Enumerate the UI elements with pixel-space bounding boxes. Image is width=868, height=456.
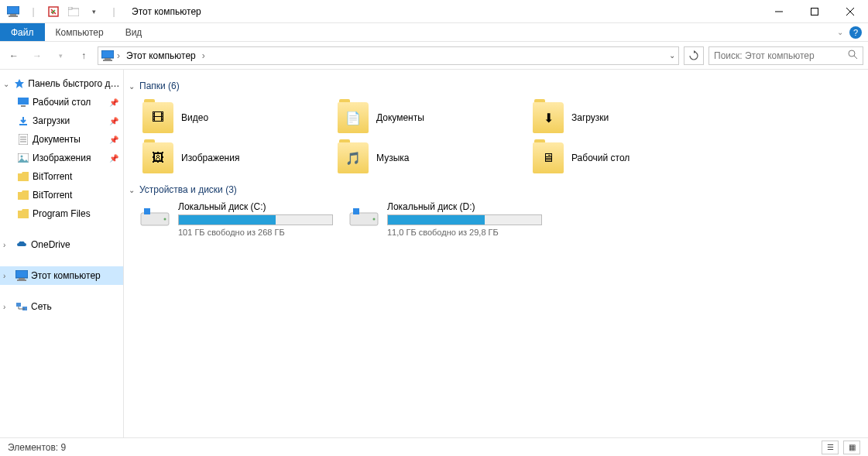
- chevron-down-icon[interactable]: ⌄: [129, 82, 135, 91]
- svg-rect-24: [15, 270, 28, 278]
- folder-icon: [17, 189, 29, 201]
- folder-item[interactable]: 🎞Видео: [139, 98, 335, 138]
- folder-item[interactable]: 🖥Рабочий стол: [530, 138, 725, 178]
- view-details-button[interactable]: ☰: [822, 441, 839, 454]
- new-folder-icon[interactable]: [65, 3, 82, 20]
- folder-label: Видео: [181, 112, 208, 123]
- group-drives-header[interactable]: ⌄ Устройства и диски (3): [129, 184, 863, 195]
- address-bar[interactable]: › Этот компьютер › ⌄: [98, 46, 679, 65]
- drive-item[interactable]: Локальный диск (D:)11,0 ГБ свободно из 2…: [348, 201, 542, 237]
- qat-dropdown-icon[interactable]: ▾: [85, 3, 102, 20]
- close-button[interactable]: [832, 0, 868, 23]
- tree-item[interactable]: Изображения📌: [0, 149, 123, 167]
- folder-item[interactable]: 🎵Музыка: [335, 138, 530, 178]
- folder-item[interactable]: ⬇Загрузки: [530, 98, 725, 138]
- this-pc-icon: [101, 50, 114, 62]
- chevron-right-icon[interactable]: ›: [3, 303, 12, 311]
- group-label: Папки (6): [139, 81, 180, 91]
- breadcrumb-this-pc[interactable]: Этот компьютер: [123, 50, 199, 61]
- svg-rect-27: [16, 303, 21, 307]
- drive-free-text: 11,0 ГБ свободно из 29,8 ГБ: [387, 228, 542, 237]
- quick-access-toolbar: | ▾ |: [0, 3, 127, 20]
- svg-point-36: [373, 218, 376, 221]
- tree-label: Этот компьютер: [31, 270, 101, 281]
- tree-label: Program Files: [33, 208, 91, 219]
- tree-label: Панель быстрого доступа: [28, 78, 123, 89]
- maximize-button[interactable]: [797, 0, 832, 23]
- downloads-icon: [17, 115, 29, 127]
- folder-item[interactable]: 🖼Изображения: [139, 138, 335, 178]
- search-icon: [847, 49, 858, 62]
- tree-item[interactable]: Загрузки📌: [0, 111, 123, 130]
- chevron-down-icon[interactable]: ⌄: [129, 186, 135, 194]
- svg-rect-15: [18, 98, 29, 105]
- search-placeholder: Поиск: Этот компьютер: [714, 50, 815, 61]
- content-pane: ⌄ Папки (6) 🎞Видео📄Документы⬇Загрузки🖼Из…: [124, 70, 868, 437]
- onedrive-icon: [15, 238, 28, 251]
- tree-item[interactable]: Рабочий стол📌: [0, 93, 123, 111]
- back-button[interactable]: ←: [5, 46, 23, 65]
- tree-item[interactable]: Program Files: [0, 204, 123, 223]
- svg-rect-5: [68, 7, 72, 9]
- recent-dropdown-icon[interactable]: ▾: [51, 46, 70, 65]
- tree-item[interactable]: Документы📌: [0, 130, 123, 149]
- nav-bar: ← → ▾ ↑ › Этот компьютер › ⌄ Поиск: Этот…: [0, 42, 868, 70]
- tree-item[interactable]: BitTorrent: [0, 167, 123, 186]
- chevron-right-icon[interactable]: ›: [3, 272, 12, 280]
- tree-network[interactable]: › Сеть: [0, 297, 123, 316]
- crumb-sep-icon-2[interactable]: ›: [202, 50, 205, 61]
- address-dropdown-icon[interactable]: ⌄: [669, 51, 675, 60]
- folder-label: Документы: [376, 112, 424, 123]
- folder-icon: 🎵: [338, 142, 369, 173]
- svg-rect-25: [19, 278, 25, 279]
- documents-icon: [17, 133, 29, 146]
- tab-view[interactable]: Вид: [115, 23, 153, 41]
- tab-file[interactable]: Файл: [0, 23, 45, 41]
- folder-item[interactable]: 📄Документы: [335, 98, 530, 138]
- folder-icon: 🎞: [142, 102, 173, 133]
- group-label: Устройства и диски (3): [139, 184, 237, 195]
- svg-rect-10: [101, 50, 114, 58]
- drive-item[interactable]: Локальный диск (C:)101 ГБ свободно из 26…: [139, 201, 333, 237]
- star-icon: [14, 77, 25, 90]
- crumb-sep-icon[interactable]: ›: [117, 50, 120, 61]
- desktop-icon: [17, 96, 29, 108]
- tree-label: Изображения: [33, 153, 91, 163]
- chevron-down-icon[interactable]: ⌄: [3, 80, 11, 88]
- qat-separator: |: [25, 3, 42, 20]
- tree-label: Загрузки: [33, 115, 70, 126]
- svg-rect-16: [21, 105, 26, 107]
- folder-icon: 🖼: [142, 142, 173, 173]
- window-title: Этот компьютер: [132, 6, 201, 17]
- refresh-button[interactable]: [684, 46, 704, 65]
- svg-rect-1: [10, 14, 16, 15]
- nav-tree: ⌄ Панель быстрого доступа Рабочий стол📌З…: [0, 70, 124, 437]
- tree-onedrive[interactable]: › OneDrive: [0, 235, 123, 254]
- qat-separator-2: |: [105, 3, 122, 20]
- drive-name: Локальный диск (C:): [178, 201, 333, 212]
- forward-button[interactable]: →: [28, 46, 46, 65]
- svg-point-13: [849, 50, 855, 57]
- svg-rect-7: [811, 8, 818, 15]
- help-icon[interactable]: ?: [849, 26, 862, 39]
- svg-point-33: [164, 218, 166, 221]
- tree-this-pc[interactable]: › Этот компьютер: [0, 266, 123, 285]
- minimize-button[interactable]: [761, 0, 797, 23]
- tab-computer[interactable]: Компьютер: [45, 23, 115, 41]
- chevron-right-icon[interactable]: ›: [3, 241, 12, 249]
- drive-icon: [139, 201, 170, 232]
- tree-quick-access[interactable]: ⌄ Панель быстрого доступа: [0, 74, 123, 93]
- pin-icon: 📌: [109, 154, 118, 163]
- tree-item[interactable]: BitTorrent: [0, 186, 123, 204]
- svg-rect-12: [103, 60, 112, 61]
- tree-label: Рабочий стол: [33, 97, 91, 108]
- svg-point-23: [21, 156, 23, 158]
- up-button[interactable]: ↑: [74, 46, 93, 65]
- title-bar: | ▾ | Этот компьютер: [0, 0, 868, 23]
- properties-icon[interactable]: [45, 3, 62, 20]
- view-icons-button[interactable]: ▦: [843, 441, 860, 454]
- search-input[interactable]: Поиск: Этот компьютер: [708, 46, 863, 65]
- ribbon-expand-icon[interactable]: ⌄: [837, 28, 843, 36]
- group-folders-header[interactable]: ⌄ Папки (6): [129, 81, 863, 91]
- tree-label: Сеть: [31, 301, 52, 312]
